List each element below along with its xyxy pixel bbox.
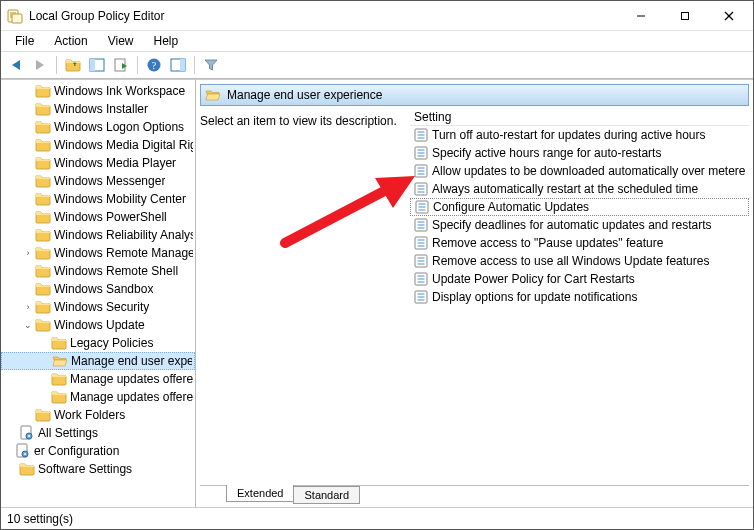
export-list-icon	[113, 57, 129, 73]
tree-item[interactable]: Legacy Policies	[1, 334, 195, 352]
chevron-down-icon[interactable]: ⌄	[21, 320, 35, 330]
toolbar-separator	[56, 56, 57, 74]
policy-icon	[414, 272, 428, 286]
svg-rect-17	[90, 59, 95, 71]
minimize-button[interactable]	[619, 2, 663, 30]
tree-item[interactable]: Windows Logon Options	[1, 118, 195, 136]
folder-icon	[51, 371, 67, 387]
tree-item-label: Windows Security	[54, 300, 149, 314]
policy-icon	[414, 290, 428, 304]
close-button[interactable]	[707, 2, 751, 30]
tree-item[interactable]: Manage updates offered	[1, 388, 195, 406]
tree-item-label: Windows Update	[54, 318, 145, 332]
policy-icon	[414, 128, 428, 142]
folder-icon	[35, 281, 51, 297]
settings-item-label: Remove access to use all Windows Update …	[432, 254, 709, 268]
tree-item-label: Legacy Policies	[70, 336, 153, 350]
menu-view[interactable]: View	[98, 32, 144, 50]
settings-item[interactable]: Display options for update notifications	[410, 288, 749, 306]
tree-item[interactable]: ⌄Windows Update	[1, 316, 195, 334]
settings-item-label: Update Power Policy for Cart Restarts	[432, 272, 635, 286]
settings-item[interactable]: Turn off auto-restart for updates during…	[410, 126, 749, 144]
tree-item[interactable]: er Configuration	[1, 442, 195, 460]
folder-icon	[35, 119, 51, 135]
chevron-right-icon[interactable]: ›	[21, 248, 35, 258]
settings-item[interactable]: Always automatically restart at the sche…	[410, 180, 749, 198]
svg-line-23	[285, 188, 390, 243]
filter-icon	[203, 57, 219, 73]
tab-standard[interactable]: Standard	[293, 486, 360, 504]
tree-item-label: Windows Messenger	[54, 174, 165, 188]
settings-item-label: Allow updates to be downloaded automatic…	[432, 164, 746, 178]
svg-rect-13	[682, 12, 689, 19]
export-button[interactable]	[110, 54, 132, 76]
minimize-icon	[636, 11, 646, 21]
tree-item[interactable]: Work Folders	[1, 406, 195, 424]
back-button[interactable]	[5, 54, 27, 76]
tree-item[interactable]: Windows Remote Shell	[1, 262, 195, 280]
tree-item[interactable]: ›Windows Security	[1, 298, 195, 316]
tree-item[interactable]: Windows Ink Workspace	[1, 82, 195, 100]
forward-button[interactable]	[29, 54, 51, 76]
settings-item[interactable]: Allow updates to be downloaded automatic…	[410, 162, 749, 180]
tree-item[interactable]: Manage updates offered	[1, 370, 195, 388]
folder-icon	[35, 173, 51, 189]
window-title: Local Group Policy Editor	[29, 9, 164, 23]
folder-icon	[35, 245, 51, 261]
forward-arrow-icon	[32, 57, 48, 73]
settings-item[interactable]: Configure Automatic Updates	[410, 198, 749, 216]
back-arrow-icon	[8, 57, 24, 73]
tree-item-label: Windows Sandbox	[54, 282, 153, 296]
settings-item[interactable]: Remove access to "Pause updates" feature	[410, 234, 749, 252]
folder-open-icon	[52, 353, 68, 369]
tree-item[interactable]: Windows Media Digital Rights	[1, 136, 195, 154]
tree-item-label: Windows PowerShell	[54, 210, 167, 224]
folder-icon	[51, 389, 67, 405]
view-tabs: Extended Standard	[200, 485, 749, 507]
tree-item-label: Windows Ink Workspace	[54, 84, 185, 98]
chevron-right-icon[interactable]: ›	[21, 302, 35, 312]
help-button[interactable]: ?	[143, 54, 165, 76]
folder-icon	[35, 263, 51, 279]
settings-item[interactable]: Update Power Policy for Cart Restarts	[410, 270, 749, 288]
settings-item[interactable]: Specify active hours range for auto-rest…	[410, 144, 749, 162]
folder-icon	[35, 191, 51, 207]
content-header: Manage end user experience	[200, 84, 749, 106]
tree-item[interactable]: All Settings	[1, 424, 195, 442]
folder-icon	[35, 137, 51, 153]
tree-item[interactable]: Windows Sandbox	[1, 280, 195, 298]
tree-item[interactable]: Manage end user experience	[1, 352, 195, 370]
tree-item[interactable]: Windows Installer	[1, 100, 195, 118]
settings-header[interactable]: Setting	[410, 108, 749, 126]
menu-file[interactable]: File	[5, 32, 44, 50]
menu-action[interactable]: Action	[44, 32, 97, 50]
tree-item[interactable]: Windows Mobility Center	[1, 190, 195, 208]
settings-doc-icon	[19, 425, 35, 441]
tree-item[interactable]: Windows Reliability Analysis	[1, 226, 195, 244]
options-button[interactable]	[167, 54, 189, 76]
tab-extended[interactable]: Extended	[226, 485, 294, 502]
show-hide-tree-button[interactable]	[86, 54, 108, 76]
settings-column: Setting Turn off auto-restart for update…	[410, 108, 749, 485]
settings-item-label: Display options for update notifications	[432, 290, 637, 304]
tree-item[interactable]: Windows PowerShell	[1, 208, 195, 226]
up-button[interactable]	[62, 54, 84, 76]
settings-item[interactable]: Specify deadlines for automatic updates …	[410, 216, 749, 234]
filter-button[interactable]	[200, 54, 222, 76]
settings-item[interactable]: Remove access to use all Windows Update …	[410, 252, 749, 270]
tree-item-label: Manage updates offered	[70, 372, 193, 386]
maximize-icon	[680, 11, 690, 21]
settings-header-label: Setting	[414, 110, 451, 124]
folder-icon	[35, 407, 51, 423]
menu-help[interactable]: Help	[144, 32, 189, 50]
workarea: Windows Ink WorkspaceWindows InstallerWi…	[1, 79, 753, 507]
maximize-button[interactable]	[663, 2, 707, 30]
tree-pane[interactable]: Windows Ink WorkspaceWindows InstallerWi…	[1, 80, 196, 507]
tree-item[interactable]: Windows Media Player	[1, 154, 195, 172]
tree-item[interactable]: Windows Messenger	[1, 172, 195, 190]
tree-item-label: Windows Remote Shell	[54, 264, 178, 278]
policy-icon	[415, 200, 429, 214]
tree-item-label: Windows Media Player	[54, 156, 176, 170]
tree-item[interactable]: Software Settings	[1, 460, 195, 478]
tree-item[interactable]: ›Windows Remote Management	[1, 244, 195, 262]
